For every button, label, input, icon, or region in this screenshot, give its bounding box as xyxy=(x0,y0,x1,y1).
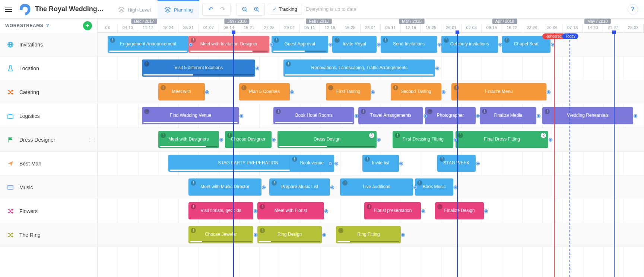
sidebar-item-invitations[interactable]: Invitations xyxy=(0,33,97,57)
connector-dot[interactable] xyxy=(329,43,332,46)
timeline[interactable]: Dec / 2017Jan / 2018Feb / 2018Mar / 2018… xyxy=(98,19,644,277)
drag-handle-icon[interactable]: ⋮⋮ xyxy=(88,139,96,141)
timeline-marker[interactable] xyxy=(233,33,234,277)
connector-dot[interactable] xyxy=(476,115,479,117)
task-card[interactable]: !STAG WEEK xyxy=(437,155,476,172)
sidebar-item-the-ring[interactable]: The Ring xyxy=(0,223,97,247)
connector-dot[interactable] xyxy=(206,91,209,94)
menu-icon[interactable] xyxy=(3,4,14,15)
connector-dot[interactable] xyxy=(424,115,427,117)
alert-icon: ! xyxy=(161,133,166,138)
connector-dot[interactable] xyxy=(400,162,403,165)
task-card[interactable]: !Finalize Design xyxy=(435,202,483,219)
task-card[interactable]: !Ring Fitting xyxy=(336,226,401,243)
task-card[interactable]: !Book venue xyxy=(290,155,334,172)
task-card[interactable]: !Choose Jeweler xyxy=(188,226,253,243)
project-title[interactable]: The Royal Wedding… xyxy=(35,5,104,13)
connector-dot[interactable] xyxy=(329,162,332,165)
task-card[interactable]: !Finalize Menu xyxy=(451,83,546,100)
task-card[interactable]: !Florist presentation xyxy=(364,202,421,219)
zoom-in-icon[interactable] xyxy=(252,4,261,14)
connector-dot[interactable] xyxy=(291,91,294,94)
task-card[interactable]: !Meet with xyxy=(158,83,205,100)
task-card[interactable]: !Photographer xyxy=(425,107,476,124)
task-card[interactable]: !Guest Approval xyxy=(272,36,328,53)
timeline-marker[interactable]: Today xyxy=(570,33,570,277)
task-card[interactable]: !Renovations, Landscaping, Traffic Arran… xyxy=(283,59,435,77)
timeline-marker[interactable]: Rehearsal xyxy=(554,33,555,277)
app-logo-icon[interactable] xyxy=(18,3,31,16)
connector-dot[interactable] xyxy=(254,210,257,213)
task-card[interactable]: !Live auditions xyxy=(340,178,413,196)
sidebar-item-logistics[interactable]: Logistics xyxy=(0,104,97,128)
tab-high-level[interactable]: High-Level xyxy=(111,0,158,18)
task-card[interactable]: !Travel Arrangements xyxy=(358,107,423,124)
connector-dot[interactable] xyxy=(335,162,338,165)
sidebar-item-location[interactable]: Location xyxy=(0,57,97,80)
workstreams-help-icon[interactable]: ? xyxy=(46,23,49,28)
task-card[interactable]: !Find Wedding Venue xyxy=(142,107,239,124)
connector-dot[interactable] xyxy=(499,43,502,46)
week-label: 12-18 xyxy=(401,24,421,32)
task-card[interactable]: !Invite list xyxy=(362,155,399,172)
task-label: Renovations, Landscaping, Traffic Arrang… xyxy=(311,65,408,71)
help-icon[interactable]: ? xyxy=(628,4,638,15)
connector-dot[interactable] xyxy=(377,43,380,46)
task-card[interactable]: !Finalize Media xyxy=(480,107,536,124)
sidebar-item-best-man[interactable]: Best Man xyxy=(0,152,97,175)
task-card[interactable]: !Book Hotel Rooms xyxy=(273,107,354,124)
sidebar-item-music[interactable]: Music xyxy=(0,175,97,199)
task-card[interactable]: 5Dress Design xyxy=(277,131,377,148)
task-card[interactable]: !Meet with Invitation Designer xyxy=(188,36,269,53)
task-card[interactable]: !Meet with Music Director xyxy=(188,178,261,196)
undo-icon[interactable]: ↶ xyxy=(206,4,215,14)
connector-dot[interactable] xyxy=(377,138,380,141)
add-workstream-button[interactable]: + xyxy=(83,21,92,30)
task-card[interactable]: !First Tasting xyxy=(326,83,370,100)
task-card[interactable]: !2Final Dress Fitting xyxy=(456,131,549,148)
connector-dot[interactable] xyxy=(272,138,275,141)
connector-dot[interactable] xyxy=(414,186,417,189)
connector-dot[interactable] xyxy=(371,91,374,94)
task-card[interactable]: !Second Tasting xyxy=(391,83,441,100)
task-card[interactable]: !Invite Royal xyxy=(332,36,377,53)
tab-planning[interactable]: Planning xyxy=(158,0,200,18)
task-label: Guest Approval xyxy=(285,42,315,47)
connector-dot[interactable] xyxy=(262,186,265,189)
task-card[interactable]: !Meet with Designers xyxy=(158,131,219,148)
task-card[interactable]: !Book Music xyxy=(415,178,453,196)
sidebar-item-catering[interactable]: Catering xyxy=(0,80,97,104)
connector-dot[interactable] xyxy=(547,91,550,94)
connector-dot[interactable] xyxy=(254,233,257,236)
redo-icon[interactable]: ↷ xyxy=(218,4,227,14)
timeline-marker[interactable] xyxy=(457,33,458,277)
task-card[interactable]: !Plan 5 Courses xyxy=(239,83,290,100)
connector-dot[interactable] xyxy=(325,210,328,213)
task-card[interactable]: !Send Invitations xyxy=(381,36,437,53)
connector-dot[interactable] xyxy=(240,115,243,117)
sidebar-item-flowers[interactable]: Flowers xyxy=(0,199,97,223)
zoom-out-icon[interactable] xyxy=(240,4,250,14)
tracking-button[interactable]: ✓ Tracking xyxy=(268,4,302,15)
task-card[interactable]: !Visit florists, get bids xyxy=(188,202,253,219)
task-card[interactable]: !Ring Design xyxy=(257,226,322,243)
task-card[interactable]: !Celebrity invitations xyxy=(441,36,498,53)
task-card[interactable]: !Meet with Florist xyxy=(257,202,324,219)
task-card[interactable]: !Visit 5 different locations xyxy=(142,59,255,77)
timeline-marker[interactable] xyxy=(614,33,615,277)
task-card[interactable]: !Engagement Announcement xyxy=(108,36,188,53)
svg-rect-8 xyxy=(8,115,13,119)
connector-dot[interactable] xyxy=(442,91,445,94)
connector-dot[interactable] xyxy=(485,210,488,213)
week-label: 16-22 xyxy=(502,24,522,32)
task-card[interactable]: !First Dressing Fitting xyxy=(393,131,453,148)
connector-dot[interactable] xyxy=(220,138,223,141)
task-card[interactable]: !Prepare Music List xyxy=(269,178,330,196)
connector-dot[interactable] xyxy=(476,162,479,165)
connector-dot[interactable] xyxy=(537,115,540,117)
task-card[interactable]: !Choose Designer xyxy=(225,131,272,148)
timeline-body[interactable]: RehearsalToday !Engagement Announcement!… xyxy=(98,33,644,277)
task-card[interactable]: !Wedding Rehearsals xyxy=(542,107,633,124)
connector-dot[interactable] xyxy=(438,43,441,46)
sidebar-item-dress-designer[interactable]: Dress Designer ⋮⋮ xyxy=(0,128,97,152)
